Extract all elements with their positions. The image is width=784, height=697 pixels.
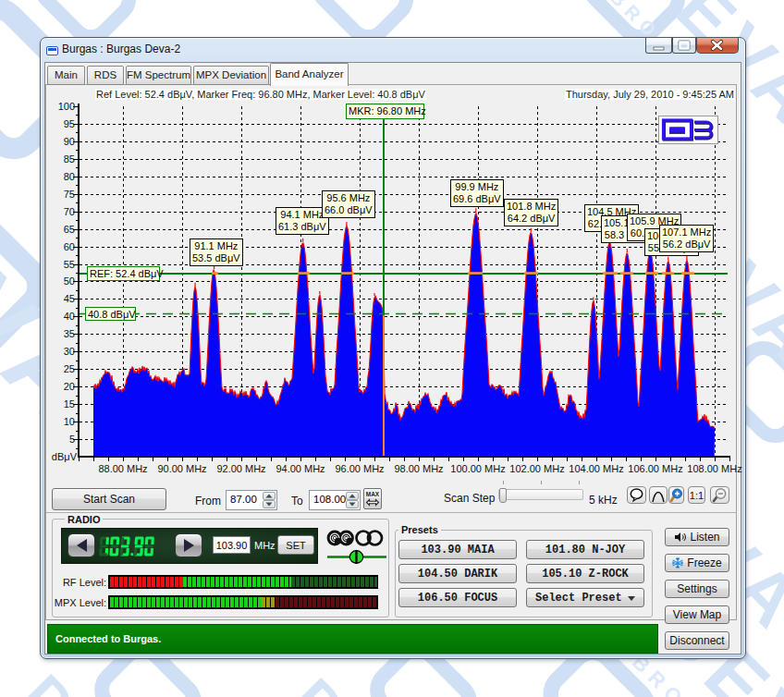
svg-text:MAX: MAX <box>366 491 380 497</box>
